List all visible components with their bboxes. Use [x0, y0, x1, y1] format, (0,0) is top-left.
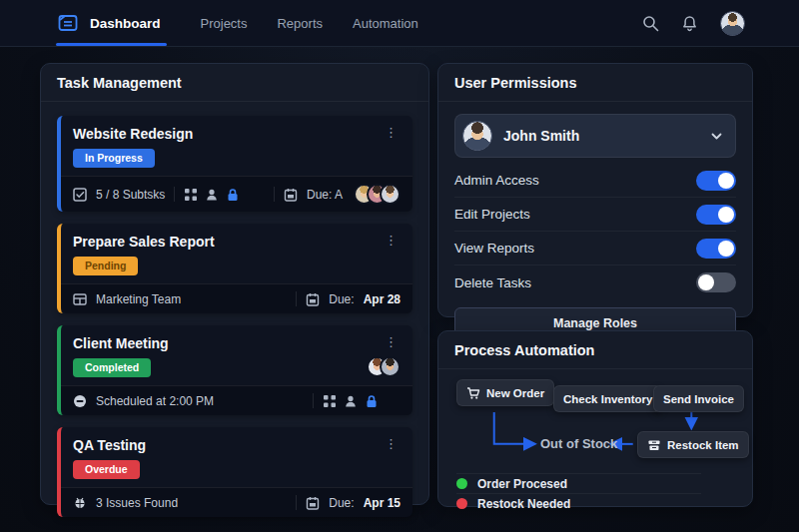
- status-badge: Completed: [73, 358, 151, 377]
- permission-label: Edit Projects: [454, 207, 530, 222]
- user-avatar[interactable]: [720, 11, 745, 36]
- task-card-client-meeting[interactable]: Client Meeting ⋮ Completed Scheduled at …: [57, 325, 412, 415]
- due-label: Due:: [329, 292, 354, 306]
- lock-icon: [365, 394, 379, 408]
- selected-user-name: John Smith: [503, 128, 579, 144]
- avatar: [380, 356, 400, 377]
- dashboard-logo-icon: [58, 13, 78, 33]
- flow-legend: Order Procesed Restock Needed: [456, 473, 734, 513]
- cart-icon: [466, 386, 480, 400]
- task-panel-title: Task Management: [41, 64, 428, 102]
- search-icon[interactable]: [642, 15, 659, 32]
- due-date: Apr 15: [364, 496, 400, 510]
- nav-item-reports[interactable]: Reports: [277, 16, 323, 31]
- chevron-down-icon: [710, 130, 723, 143]
- layout-grid-icon: [323, 394, 337, 408]
- due-date: Apr 28: [364, 292, 400, 306]
- task-card-sales-report[interactable]: Prepare Sales Report ⋮ Pending Marketing…: [57, 224, 412, 313]
- divider: [313, 393, 314, 408]
- nav-item-automation[interactable]: Automation: [353, 16, 418, 31]
- flow-node-label: New Order: [486, 387, 544, 399]
- subtasks-checkbox-icon: [73, 188, 87, 202]
- issues-label: 3 Issues Found: [96, 496, 178, 510]
- automation-flow-diagram: New Order Check Inventory Send Invoice R…: [456, 379, 734, 471]
- permission-label: Admin Access: [454, 173, 539, 188]
- nav-item-dashboard[interactable]: Dashboard: [90, 16, 161, 31]
- lock-icon: [226, 188, 240, 202]
- divider: [274, 187, 275, 202]
- task-menu-icon[interactable]: ⋮: [382, 437, 400, 450]
- nav-brand[interactable]: Dashboard: [58, 0, 171, 46]
- flow-node-new-order: New Order: [456, 379, 554, 406]
- calendar-icon: [306, 292, 320, 306]
- task-title: Client Meeting: [73, 335, 169, 351]
- assignee-icon: [205, 188, 219, 202]
- green-dot: [456, 478, 467, 489]
- team-label: Marketing Team: [96, 292, 181, 306]
- divider: [296, 291, 297, 306]
- out-of-stock-label: Out of Stock: [540, 436, 617, 451]
- permission-row-admin-access: Admin Access: [454, 164, 736, 198]
- red-dot: [456, 498, 467, 509]
- box-icon: [647, 438, 661, 452]
- task-card-qa-testing[interactable]: QA Testing ⋮ Overdue 3 Issues Found: [57, 427, 412, 517]
- nav-item-projects[interactable]: Projects: [201, 16, 248, 31]
- due-label: Due: A: [307, 188, 343, 202]
- divider: [296, 495, 297, 510]
- task-title: Prepare Sales Report: [73, 234, 215, 250]
- top-nav: Dashboard Projects Reports Automation: [0, 0, 799, 47]
- flow-node-check-inventory: Check Inventory: [553, 385, 662, 412]
- flow-node-label: Check Inventory: [563, 393, 652, 405]
- bell-icon[interactable]: [681, 15, 698, 32]
- permission-row-edit-projects: Edit Projects: [454, 198, 736, 232]
- due-label: Due:: [329, 496, 354, 510]
- delete-tasks-toggle[interactable]: [696, 272, 736, 292]
- legend-label: Restock Needed: [477, 497, 570, 511]
- assignee-icon: [344, 394, 358, 408]
- flow-node-label: Restock Item: [667, 439, 739, 451]
- task-title: Website Redesign: [73, 126, 193, 142]
- task-menu-icon[interactable]: ⋮: [382, 126, 400, 139]
- permission-row-delete-tasks: Delete Tasks: [454, 266, 736, 299]
- calendar-icon: [284, 188, 298, 202]
- edit-projects-toggle[interactable]: [696, 205, 736, 225]
- selected-user-avatar: [462, 121, 492, 151]
- task-menu-icon[interactable]: ⋮: [382, 335, 400, 348]
- user-permissions-panel: User Permissions John Smith Admin Access: [437, 63, 753, 317]
- flow-node-send-invoice: Send Invoice: [653, 385, 744, 412]
- admin-access-toggle[interactable]: [696, 171, 736, 191]
- calendar-icon: [306, 496, 320, 510]
- assignee-avatars: [367, 356, 400, 377]
- task-card-website-redesign[interactable]: Website Redesign ⋮ In Progress 5 / 8 Sub…: [57, 116, 412, 212]
- legend-label: Order Procesed: [477, 477, 567, 491]
- layout-grid-icon: [184, 188, 198, 202]
- task-title: QA Testing: [73, 437, 146, 453]
- flow-node-label: Send Invoice: [663, 393, 734, 405]
- automation-panel-title: Process Automation: [438, 331, 752, 369]
- divider: [174, 187, 175, 202]
- flow-node-restock-item: Restock Item: [637, 431, 749, 458]
- legend-order-processed: Order Procesed: [456, 473, 701, 493]
- bug-icon: [73, 496, 87, 510]
- main-content: Task Management Website Redesign ⋮ In Pr…: [0, 47, 799, 507]
- permission-row-view-reports: View Reports: [454, 232, 736, 266]
- assignee-avatars: [354, 184, 400, 205]
- permission-label: View Reports: [454, 241, 534, 256]
- permission-label: Delete Tasks: [454, 275, 531, 290]
- subtasks-count: 5 / 8 Subtsks: [96, 188, 165, 202]
- legend-restock-needed: Restock Needed: [456, 493, 701, 513]
- view-reports-toggle[interactable]: [696, 239, 736, 259]
- user-selector-dropdown[interactable]: John Smith: [454, 114, 736, 158]
- status-badge: In Progress: [73, 149, 155, 168]
- avatar: [380, 184, 400, 205]
- permissions-panel-title: User Permissions: [438, 64, 752, 102]
- team-table-icon: [73, 292, 87, 306]
- task-menu-icon[interactable]: ⋮: [382, 234, 400, 247]
- status-badge: Pending: [73, 257, 138, 275]
- process-automation-panel: Process Automation: [437, 330, 753, 507]
- schedule-status-icon: [73, 394, 87, 408]
- status-badge: Overdue: [73, 460, 140, 479]
- task-management-panel: Task Management Website Redesign ⋮ In Pr…: [40, 63, 429, 505]
- schedule-label: Scheduled at 2:00 PM: [96, 394, 214, 408]
